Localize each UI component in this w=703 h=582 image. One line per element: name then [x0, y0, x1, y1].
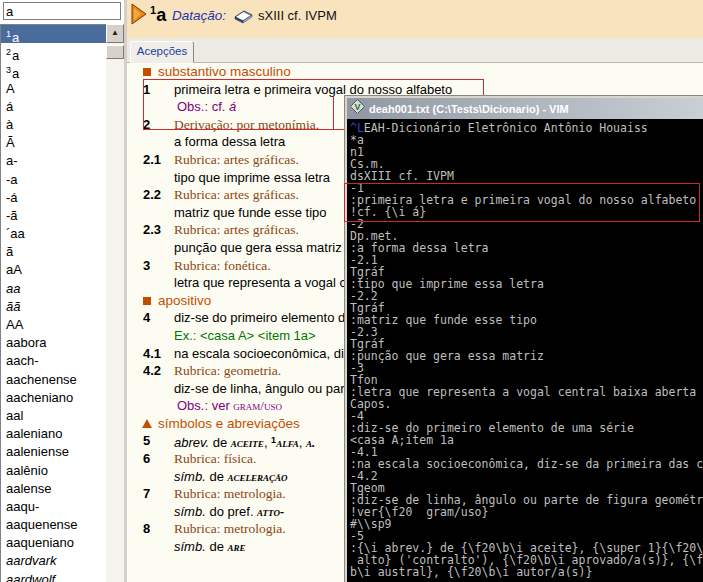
sense-number: 4.2	[143, 362, 173, 380]
list-item[interactable]: aaleniano	[1, 425, 107, 443]
vim-line: Capos.	[350, 398, 703, 410]
list-item[interactable]: aacheniano	[1, 389, 107, 407]
svg-text:V: V	[354, 102, 360, 112]
sense-number: 8	[143, 520, 173, 538]
vim-line: :punção que gera essa matriz	[350, 350, 703, 362]
sense-text: matriz que funde esse tipo	[174, 204, 326, 222]
list-item[interactable]: aabora	[1, 334, 107, 352]
vim-line: !ver{\f20 gram/uso}	[350, 506, 703, 518]
tab-acepcoes[interactable]: Acepções	[130, 41, 194, 63]
vim-line: :letra que representa a vogal central ba…	[350, 386, 703, 398]
sense-text: Rubrica: artes gráficas.	[174, 186, 299, 204]
list-item[interactable]: aa	[1, 280, 107, 298]
list-item[interactable]: 2a	[1, 43, 107, 61]
list-item[interactable]: aaqueniano	[1, 534, 107, 552]
list-item[interactable]: aaquenense	[1, 516, 107, 534]
vim-line: *a	[350, 134, 703, 146]
list-item[interactable]: aaqu-	[1, 498, 107, 516]
list-item[interactable]: aach-	[1, 352, 107, 370]
vim-buffer[interactable]: ^LEAH-Dicionário Eletrônico Antônio Houa…	[347, 119, 703, 582]
annotation-box-sense1-edge	[333, 97, 334, 130]
entry-header: 1a Datação: sXIII cf. IVPM	[127, 0, 703, 38]
sense-number: 2.1	[143, 151, 173, 169]
sense-text: Rubrica: geometria.	[174, 362, 281, 380]
vim-line: -2	[350, 218, 703, 230]
square-bullet-icon	[143, 68, 151, 76]
vim-line: dsXIII cf. IVPM	[350, 170, 703, 182]
list-item[interactable]: à	[1, 116, 107, 134]
sense-number: 2.2	[143, 186, 173, 204]
triangle-bullet-icon	[142, 419, 152, 428]
sense-text: símbolos e abreviações	[158, 415, 300, 433]
vim-line: -2.2	[350, 290, 703, 302]
list-item[interactable]: a-	[1, 152, 107, 170]
sense-text: Obs.: ver gram/uso	[177, 397, 282, 415]
list-item[interactable]: -á	[1, 189, 107, 207]
list-item[interactable]: aalense	[1, 480, 107, 498]
scroll-up-button[interactable]: ▲	[106, 24, 124, 43]
tab-strip: Acepções	[127, 38, 703, 63]
vim-icon[interactable]: V	[350, 99, 365, 118]
vim-line: b\i austral}, {\f20\b\i autor/a(s)}	[350, 566, 703, 578]
sense-text: símb. do pref. atto-	[174, 503, 284, 522]
vim-line: :matriz que funde esse tipo	[350, 314, 703, 326]
sense-text: substantivo masculino	[158, 63, 291, 81]
list-item[interactable]: aA	[1, 261, 107, 279]
datacao-label: Datação:	[172, 8, 226, 23]
search-input[interactable]	[3, 2, 121, 20]
list-item[interactable]: á	[1, 98, 107, 116]
vim-line: :tipo que imprime essa letra	[350, 278, 703, 290]
vim-line: :a forma dessa letra	[350, 242, 703, 254]
list-item[interactable]: aalênio	[1, 462, 107, 480]
sense-text: Derivação: por metonímia.	[174, 116, 319, 134]
sense-text: punção que gera essa matriz	[174, 239, 342, 257]
vim-line: n1	[350, 146, 703, 158]
vim-line: ^LEAH-Dicionário Eletrônico Antônio Houa…	[350, 122, 703, 134]
sense-text: Rubrica: metrologia.	[174, 485, 286, 503]
list-item[interactable]: A	[1, 80, 107, 98]
list-item[interactable]: AA	[1, 316, 107, 334]
sense-text: tipo que imprime essa letra	[174, 169, 330, 187]
list-item[interactable]: ã	[1, 243, 107, 261]
entry-arrow-icon[interactable]	[131, 3, 148, 29]
sense-row: substantivo masculino	[127, 63, 703, 81]
datacao-value: sXIII cf. IVPM	[258, 8, 337, 23]
list-item-superscript: 3	[6, 65, 11, 75]
sense-text: Rubrica: fonética.	[174, 257, 271, 275]
sense-number: 7	[143, 485, 173, 503]
sense-text: apositivo	[158, 292, 211, 310]
word-list[interactable]: 1a2a3aAáàÃa--a-á-ã´aaãaAaaããAAaaboraaach…	[0, 24, 107, 582]
list-item[interactable]: ãã	[1, 298, 107, 316]
list-item[interactable]: -a	[1, 171, 107, 189]
list-item[interactable]: 3a	[1, 61, 107, 79]
book-icon	[233, 7, 254, 28]
list-item[interactable]: Ã	[1, 134, 107, 152]
list-item-superscript: 2	[6, 47, 11, 57]
sense-number: 2.3	[143, 221, 173, 239]
sense-text: Rubrica: metrologia.	[174, 520, 286, 538]
sense-text: Obs.: cf. á	[177, 98, 236, 116]
square-bullet-icon	[143, 297, 151, 305]
scroll-up-icon: ▲	[111, 28, 119, 37]
sense-number: 2	[143, 116, 173, 134]
vim-line: !cf. {\i á}	[350, 206, 703, 218]
vim-line: -3	[350, 362, 703, 374]
sense-text: Rubrica: física.	[174, 450, 256, 468]
list-item[interactable]: -ã	[1, 207, 107, 225]
list-item[interactable]: aaleniense	[1, 443, 107, 461]
sense-number: 3	[143, 257, 173, 275]
list-item[interactable]: aardwolf	[1, 571, 107, 582]
sense-text: Rubrica: artes gráficas.	[174, 221, 299, 239]
vim-titlebar[interactable]: V deah001.txt (C:\Tests\Dicionario) - VI…	[347, 98, 703, 119]
sense-number: 1	[143, 81, 173, 99]
list-item[interactable]: ´aa	[1, 225, 107, 243]
list-item[interactable]: aardvark	[1, 552, 107, 570]
vim-window: V deah001.txt (C:\Tests\Dicionario) - VI…	[345, 96, 703, 582]
vim-line: -2.1	[350, 254, 703, 266]
word-list-scrollbar[interactable]: ▲	[106, 24, 124, 582]
sense-text: símb. de aceleração	[174, 468, 288, 487]
list-item[interactable]: aal	[1, 407, 107, 425]
list-item[interactable]: 1a	[1, 25, 107, 43]
list-item[interactable]: aachenense	[1, 371, 107, 389]
scrollbar-thumb[interactable]	[106, 45, 124, 59]
